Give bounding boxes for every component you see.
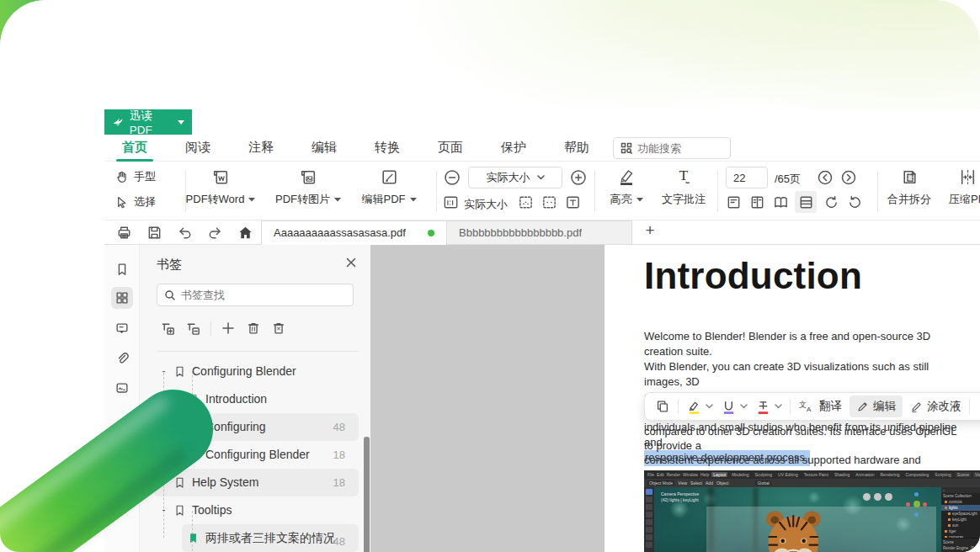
panel-scrollbar[interactable] [364,437,370,552]
edit-text-button[interactable]: 编辑 [850,395,903,417]
sidebar-item-signature[interactable] [111,377,133,399]
print-button[interactable] [116,225,132,241]
bookmark-tree-item[interactable]: + Help System 18 [140,469,365,496]
next-page-button[interactable] [840,169,857,186]
menu-tab-annotate[interactable]: 注释 [242,135,280,162]
single-page-view-button[interactable] [726,194,742,210]
home-icon [237,225,253,241]
outliner-search-bar: ⌕ [941,487,980,493]
correction-fluid-button[interactable]: 涂改液 [910,399,961,414]
undo-button[interactable] [177,225,193,241]
menu-tab-protect[interactable]: 保护 [495,135,532,162]
book-view-button[interactable] [773,194,789,210]
sidebar-item-comments[interactable] [111,317,133,339]
swallow-logo-icon [112,115,125,129]
bookmark-page-count: 48 [333,535,345,548]
search-icon [164,289,176,301]
fit-text-button[interactable] [565,194,581,210]
home-button[interactable] [237,225,253,241]
chevron-down-icon [740,404,748,409]
pdf-viewer-background: Introduction Welcome to Blender! Blender… [370,245,980,552]
viewport-nav-buttons [863,493,892,501]
save-button[interactable] [146,225,162,241]
document-tab-2[interactable]: Bbbbbbbbbbbbbbbbb.pdf [446,220,632,245]
bookmark-tree-item[interactable]: 两排或者三排文案的情况 48 [140,524,365,552]
zoom-out-button[interactable] [443,168,461,187]
delete-bookmark-button[interactable] [246,321,263,337]
bookmark-tree-item[interactable]: Configuring 48 [140,413,365,441]
bookmark-tree-item[interactable]: Introduction [140,385,365,413]
sidebar-item-bookmarks[interactable] [111,258,133,280]
text-annotation-icon: T [674,167,694,187]
fit-width-button[interactable] [541,194,557,210]
bookmark-icon [187,448,200,461]
bookmark-tree-item[interactable]: Configuring Blender 18 [140,441,365,469]
continuous-view-button[interactable] [795,191,817,213]
menu-tab-edit[interactable]: 编辑 [306,135,343,162]
pdf-to-image-button[interactable]: PDF转图片 [266,167,350,207]
bookmark-search-input[interactable] [181,289,346,301]
new-tab-button[interactable]: + [640,221,660,240]
tree-expand-toggle[interactable]: + [158,477,169,488]
viewport-overlay-text: Camera Perspective (42) lights | keyLigh… [661,491,699,503]
prev-page-button[interactable] [817,169,834,186]
delete-all-bookmarks-button[interactable] [271,321,288,337]
sidebar-item-attachments[interactable] [111,348,133,369]
function-search-input[interactable] [637,142,710,155]
comment-icon [115,321,130,336]
actual-size-button[interactable] [443,194,459,210]
hand-tool-button[interactable]: 手型 [115,168,156,185]
tree-collapse-toggle[interactable]: - [158,366,169,377]
rotate-left-button[interactable] [847,194,863,210]
redo-button[interactable] [207,225,223,241]
menu-tab-help[interactable]: 帮助 [558,135,595,162]
add-bookmark-button[interactable] [221,321,237,337]
blender-header-add: Add [706,480,713,486]
underline-format-button[interactable] [721,399,748,415]
edit-pdf-button[interactable]: 编辑PDF [347,167,431,207]
collapse-all-button[interactable] [185,321,202,337]
bookmark-tree-item[interactable]: - Configuring Blender [140,358,365,385]
blender-workspace-tab: Shading [833,472,851,477]
two-page-view-button[interactable] [749,194,765,210]
menu-tab-convert[interactable]: 转换 [369,135,406,162]
expand-all-button[interactable] [160,321,177,337]
text-fit-icon [565,194,581,210]
compress-pdf-button[interactable]: 压缩PD [938,167,980,207]
page-number-box[interactable] [726,167,768,188]
blender-3d-viewport: Camera Perspective (42) lights | keyLigh… [654,487,941,552]
bookmark-tree-item[interactable]: - Tooltips [140,496,365,524]
app-menu-tab[interactable]: 迅读PDF [104,109,192,135]
menu-tab-page[interactable]: 页面 [432,135,469,162]
select-tool-button[interactable]: 选择 [115,194,156,210]
caret-down-icon [636,197,643,202]
translate-button[interactable]: 文 A 翻译 [798,399,842,414]
actual-size-label[interactable]: 实际大小 [464,197,508,212]
blender-workspace-tab: Modeling [730,472,750,477]
page-number-input[interactable] [730,172,764,184]
bookmark-search-box[interactable] [157,284,354,306]
app-menu-caret-icon [178,120,184,125]
highlight-format-button[interactable] [686,399,713,415]
blender-workspace-tab: Texture Paint [802,472,830,477]
fit-page-button[interactable] [518,194,534,210]
thumbnails-grid-icon [115,290,130,305]
blender-workspace-tab: Animation [854,472,876,477]
pdf-to-word-button[interactable]: PDF转Word [178,167,263,207]
strikethrough-format-button[interactable] [755,399,782,415]
document-tab-1[interactable]: Aaaaaaaaaassasasasa.pdf [261,220,447,245]
tree-collapse-toggle[interactable]: - [158,505,169,516]
zoom-level-select[interactable]: 实际大小 [468,167,562,188]
sidebar-item-thumbnails[interactable] [111,287,133,309]
document-tabbar: Aaaaaaaaaassasasasa.pdf Bbbbbbbbbbbbbbbb… [104,220,980,245]
bookmark-panel-close-button[interactable] [345,257,357,268]
menu-tab-read[interactable]: 阅读 [179,135,216,162]
copy-icon[interactable] [655,399,670,414]
function-search-box[interactable] [613,137,731,159]
text-annotation-button[interactable]: T 文字批注 [643,167,724,207]
bookmark-label: Introduction [205,392,267,406]
menu-tab-home[interactable]: 首页 [116,135,153,162]
chevron-right-circle-icon [840,169,857,186]
rotate-right-button[interactable] [823,194,839,210]
bookmark-page-count: 48 [333,421,345,433]
